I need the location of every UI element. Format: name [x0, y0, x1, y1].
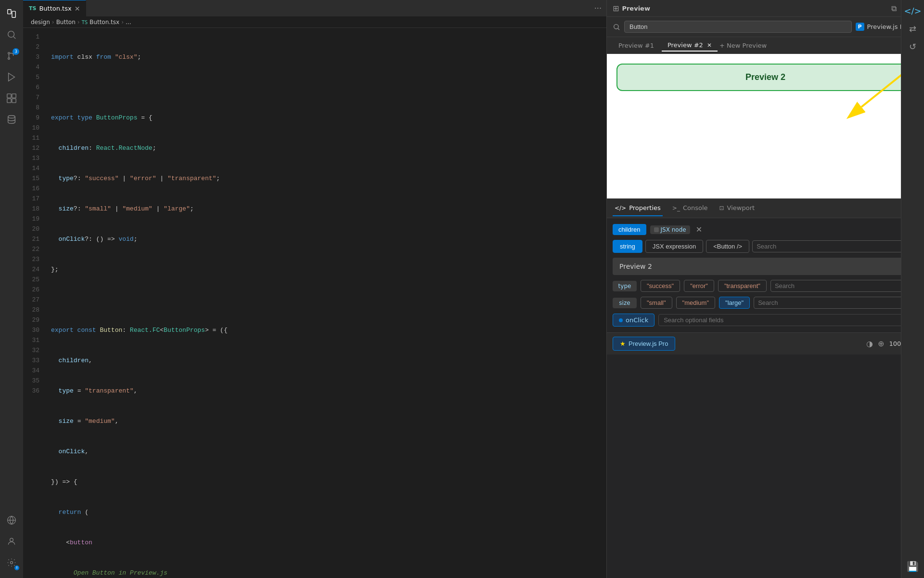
jsx-expression-btn[interactable]: JSX expression — [645, 240, 703, 253]
svg-point-4 — [8, 53, 10, 54]
button-tsx-tab[interactable]: TS Button.tsx ✕ — [23, 0, 86, 16]
preview-button[interactable]: Preview 2 — [616, 64, 914, 91]
breadcrumb-button[interactable]: Button — [56, 19, 76, 26]
preview-canvas: Preview 2 — [607, 54, 924, 198]
activity-bar: 3 ! — [0, 0, 23, 578]
tab-filename: Button.tsx — [39, 5, 71, 12]
code-action-icon[interactable]: </> — [904, 6, 921, 16]
code-line-8: }; — [51, 264, 606, 275]
code-content[interactable]: import clsx from "clsx"; export type But… — [47, 28, 606, 578]
string-type-btn[interactable]: string — [613, 240, 642, 253]
size-prop-search[interactable] — [754, 297, 909, 309]
svg-rect-11 — [7, 99, 11, 103]
onclick-label: onClick — [626, 316, 648, 324]
search-activity-icon[interactable] — [2, 25, 21, 44]
tab-bar: TS Button.tsx ✕ ··· — [23, 0, 606, 17]
prop-tab-viewport-label: Viewport — [727, 204, 755, 211]
breadcrumb-ellipsis[interactable]: ... — [126, 19, 131, 26]
shuffle-action-icon[interactable]: ⇄ — [909, 24, 916, 34]
tab-close-icon[interactable]: ✕ — [75, 5, 80, 13]
prop-tab-console[interactable]: >_ Console — [670, 200, 710, 216]
size-prop-row: size "small" "medium" "large" ✕ — [613, 297, 918, 309]
preview-footer: ★ Preview.js Pro ◑ ⊕ 100% ⊖ — [607, 332, 924, 355]
prop-tab-console-label: Console — [683, 204, 708, 211]
size-medium-btn[interactable]: "medium" — [676, 297, 715, 309]
code-line-1: import clsx from "clsx"; — [51, 52, 606, 62]
onclick-btn[interactable]: onClick — [613, 314, 654, 327]
code-line-5: type?: "success" | "error" | "transparen… — [51, 173, 606, 184]
svg-marker-8 — [9, 73, 15, 81]
optional-fields-search[interactable] — [658, 314, 918, 326]
jsx-node-badge: JSX node — [650, 225, 690, 234]
breadcrumb-sep3: › — [121, 19, 124, 26]
source-control-badge: 3 — [13, 48, 19, 55]
account-icon[interactable] — [2, 532, 21, 551]
preview-title: Preview — [622, 5, 891, 12]
svg-rect-12 — [12, 99, 16, 103]
contrast-icon[interactable]: ◑ — [866, 339, 873, 348]
save-action-icon[interactable]: 💾 — [907, 561, 919, 572]
prop-tab-viewport[interactable]: ⊡ Viewport — [718, 200, 757, 216]
files-icon[interactable] — [2, 4, 21, 23]
editor-area: TS Button.tsx ✕ ··· design › Button › TS… — [23, 0, 606, 578]
code-line-10: export const Button: React.FC<ButtonProp… — [51, 325, 606, 335]
extensions-icon[interactable] — [2, 89, 21, 108]
type-search-input[interactable] — [752, 240, 918, 252]
new-preview-label: + New Preview — [719, 42, 767, 49]
button-tag-btn[interactable]: <Button /> — [706, 240, 749, 253]
preview-tabs: Preview #1 Preview #2 ✕ + New Preview — [607, 37, 924, 54]
size-prop-label: size — [613, 298, 637, 308]
preview-pro-button[interactable]: ★ Preview.js Pro — [613, 337, 675, 351]
children-filter-btn[interactable]: children — [613, 224, 646, 235]
preview-tab-1[interactable]: Preview #1 — [613, 40, 660, 51]
star-icon: ★ — [620, 340, 626, 347]
type-success-btn[interactable]: "success" — [641, 280, 680, 292]
split-editor-icon[interactable]: ⧉ — [891, 4, 897, 13]
preview-panel-icon: ⊞ — [613, 4, 619, 13]
zoom-in-icon[interactable]: ⊕ — [878, 339, 884, 348]
breadcrumb-sep1: › — [52, 19, 54, 26]
source-control-icon[interactable]: 3 — [2, 46, 21, 66]
new-preview-btn[interactable]: + New Preview — [719, 42, 767, 49]
type-error-btn[interactable]: "error" — [684, 280, 714, 292]
preview-panel: ⊞ Preview ⧉ ··· ✕ P Preview.js Pro ↗ Pre… — [606, 0, 924, 578]
properties-icon: </> — [615, 205, 626, 211]
svg-rect-1 — [12, 11, 15, 17]
svg-point-2 — [8, 31, 14, 38]
database-icon[interactable] — [2, 110, 21, 129]
remote-icon[interactable] — [2, 511, 21, 530]
undo-action-icon[interactable]: ↺ — [909, 41, 916, 52]
jsx-node-label: JSX node — [661, 226, 686, 233]
svg-rect-9 — [7, 94, 11, 98]
type-prop-search[interactable] — [770, 280, 909, 292]
size-small-btn[interactable]: "small" — [641, 297, 672, 309]
svg-point-13 — [8, 116, 15, 118]
run-icon[interactable] — [2, 67, 21, 87]
breadcrumb-file[interactable]: Button.tsx — [90, 19, 119, 26]
type-selector: string JSX expression <Button /> — [613, 240, 918, 253]
prop-filter-bar: children JSX node ✕ — [613, 224, 918, 235]
prop-tab-properties[interactable]: </> Properties — [613, 200, 663, 216]
breadcrumb-ts-icon: TS — [82, 20, 88, 25]
filter-close-icon[interactable]: ✕ — [696, 225, 702, 234]
properties-content: children JSX node ✕ string JSX expressio… — [607, 218, 924, 332]
code-line-15: }) => { — [51, 477, 606, 487]
settings-icon[interactable]: ! — [2, 553, 21, 572]
code-line-7: onClick?: () => void; — [51, 234, 606, 244]
svg-rect-10 — [12, 94, 16, 98]
svg-point-15 — [11, 562, 13, 564]
preview-tab-2[interactable]: Preview #2 ✕ — [662, 39, 718, 52]
type-transparent-btn[interactable]: "transparent" — [718, 280, 767, 292]
breadcrumb-design[interactable]: design — [31, 19, 50, 26]
preview-search-bar: P Preview.js Pro ↗ — [607, 17, 924, 37]
preview-search-input[interactable] — [624, 21, 852, 33]
pro-logo-box: P — [856, 23, 864, 31]
main-layout: TS Button.tsx ✕ ··· design › Button › TS… — [23, 0, 924, 578]
code-line-3: export type ButtonProps = { — [51, 113, 606, 123]
size-large-btn[interactable]: "large" — [719, 297, 750, 309]
viewport-icon: ⊡ — [719, 205, 724, 211]
preview-tab-2-close[interactable]: ✕ — [707, 42, 712, 49]
preview-header: ⊞ Preview ⧉ ··· ✕ — [607, 0, 924, 17]
tab-menu-icon[interactable]: ··· — [590, 4, 606, 13]
svg-rect-0 — [8, 10, 11, 14]
